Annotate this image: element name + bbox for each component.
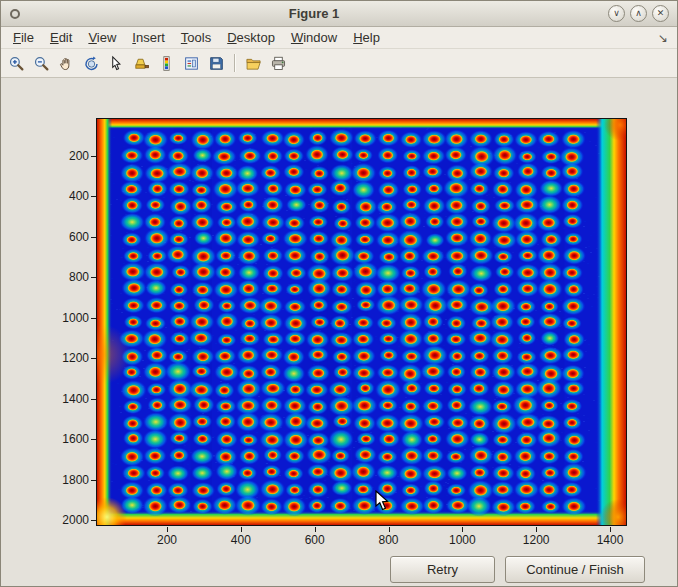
heatmap-image[interactable] bbox=[96, 118, 627, 526]
x-tick-label: 1400 bbox=[585, 533, 635, 547]
y-tick-mark bbox=[91, 196, 96, 197]
menu-tools[interactable]: Tools bbox=[173, 28, 219, 47]
x-tick-label: 600 bbox=[290, 533, 340, 547]
brush-icon bbox=[133, 55, 150, 72]
y-tick-mark bbox=[91, 520, 96, 521]
toolbar-separator bbox=[234, 54, 236, 72]
menu-bar: FileEditViewInsertToolsDesktopWindowHelp… bbox=[1, 27, 677, 49]
rotate-3d-button[interactable] bbox=[79, 51, 104, 75]
menu-window[interactable]: Window bbox=[283, 28, 345, 47]
menu-help[interactable]: Help bbox=[345, 28, 388, 47]
x-tick-mark bbox=[241, 527, 242, 532]
window-title: Figure 1 bbox=[20, 6, 608, 21]
legend-button[interactable] bbox=[179, 51, 204, 75]
y-tick-mark bbox=[91, 277, 96, 278]
menu-edit[interactable]: Edit bbox=[42, 28, 80, 47]
menu-overflow-icon[interactable]: ↘ bbox=[658, 31, 673, 45]
print-icon bbox=[270, 55, 287, 72]
open-folder-icon bbox=[245, 55, 262, 72]
colorbar-button[interactable] bbox=[154, 51, 179, 75]
x-tick-mark bbox=[389, 527, 390, 532]
colorbar-icon bbox=[158, 55, 175, 72]
figure-content: Retry Continue / Finish 2004006008001000… bbox=[1, 78, 677, 586]
y-tick-mark bbox=[91, 480, 96, 481]
open-folder-button[interactable] bbox=[241, 51, 266, 75]
x-tick-label: 1000 bbox=[437, 533, 487, 547]
pan-button[interactable] bbox=[54, 51, 79, 75]
zoom-in-button[interactable] bbox=[4, 51, 29, 75]
y-tick-label: 1400 bbox=[49, 392, 89, 406]
x-tick-mark bbox=[167, 527, 168, 532]
legend-icon bbox=[183, 55, 200, 72]
y-tick-mark bbox=[91, 358, 96, 359]
print-button[interactable] bbox=[266, 51, 291, 75]
x-tick-mark bbox=[315, 527, 316, 532]
window-controls: ∨∧✕ bbox=[608, 5, 669, 22]
save-icon bbox=[208, 55, 225, 72]
figure-window: { "window": { "title": "Figure 1", "cont… bbox=[0, 0, 678, 587]
x-tick-mark bbox=[462, 527, 463, 532]
y-tick-label: 400 bbox=[49, 189, 89, 203]
y-tick-label: 1000 bbox=[49, 311, 89, 325]
window-close-button[interactable]: ✕ bbox=[652, 5, 669, 22]
window-menu-icon[interactable] bbox=[10, 9, 20, 19]
pan-icon bbox=[58, 55, 75, 72]
retry-button[interactable]: Retry bbox=[390, 556, 495, 583]
x-tick-label: 800 bbox=[364, 533, 414, 547]
menu-insert[interactable]: Insert bbox=[124, 28, 173, 47]
window-maximize-button[interactable]: ∧ bbox=[630, 5, 647, 22]
y-tick-mark bbox=[91, 237, 96, 238]
brush-button[interactable] bbox=[129, 51, 154, 75]
y-tick-mark bbox=[91, 318, 96, 319]
menu-desktop[interactable]: Desktop bbox=[219, 28, 283, 47]
toolbar bbox=[1, 49, 677, 78]
zoom-in-icon bbox=[8, 55, 25, 72]
title-bar: Figure 1 ∨∧✕ bbox=[1, 1, 677, 27]
x-tick-mark bbox=[610, 527, 611, 532]
y-tick-mark bbox=[91, 439, 96, 440]
x-tick-label: 400 bbox=[216, 533, 266, 547]
x-tick-label: 200 bbox=[142, 533, 192, 547]
menu-file[interactable]: File bbox=[5, 28, 42, 47]
menu-view[interactable]: View bbox=[80, 28, 124, 47]
y-tick-label: 600 bbox=[49, 230, 89, 244]
y-tick-label: 1600 bbox=[49, 432, 89, 446]
rotate-3d-icon bbox=[83, 55, 100, 72]
save-button[interactable] bbox=[204, 51, 229, 75]
zoom-out-button[interactable] bbox=[29, 51, 54, 75]
data-cursor-icon bbox=[108, 55, 125, 72]
y-tick-label: 800 bbox=[49, 270, 89, 284]
y-tick-mark bbox=[91, 156, 96, 157]
y-tick-label: 200 bbox=[49, 149, 89, 163]
y-tick-label: 1800 bbox=[49, 473, 89, 487]
x-tick-mark bbox=[536, 527, 537, 532]
continue-finish-button[interactable]: Continue / Finish bbox=[505, 556, 645, 583]
zoom-out-icon bbox=[33, 55, 50, 72]
y-tick-label: 1200 bbox=[49, 351, 89, 365]
data-cursor-button[interactable] bbox=[104, 51, 129, 75]
y-tick-label: 2000 bbox=[49, 513, 89, 527]
window-shade-button[interactable]: ∨ bbox=[608, 5, 625, 22]
x-tick-label: 1200 bbox=[511, 533, 561, 547]
y-tick-mark bbox=[91, 399, 96, 400]
